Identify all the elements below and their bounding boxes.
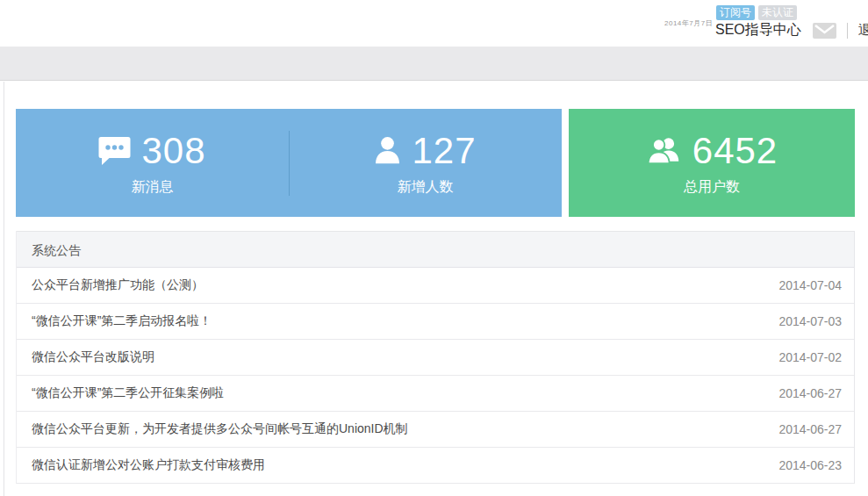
user-icon: [374, 136, 401, 165]
announcement-date: 2014-07-02: [778, 350, 842, 364]
stat-card-blue: 308 新消息 127 新增人数: [16, 109, 562, 217]
stat-new-users[interactable]: 127 新增人数: [289, 109, 562, 217]
stat-new-messages[interactable]: 308 新消息: [16, 109, 289, 217]
mail-icon[interactable]: [813, 23, 836, 39]
header-account-row: SEO指导中心 退出: [715, 21, 868, 40]
account-badges: 订阅号 未认证: [716, 5, 797, 20]
announcement-text: “微信公开课”第二季启动报名啦！: [32, 313, 212, 329]
announcement-text: 微信公众平台更新，为开发者提供多公众号间帐号互通的UnionID机制: [32, 421, 408, 437]
announcement-row[interactable]: 微信公众平台改版说明 2014-07-02: [17, 340, 854, 376]
announcement-date: 2014-06-27: [778, 386, 842, 400]
page: 2014年7月7日 订阅号 未认证 SEO指导中心 退出: [0, 0, 868, 496]
announcement-text: 微信公众平台改版说明: [32, 349, 154, 365]
announcement-date: 2014-07-03: [778, 314, 842, 328]
users-icon: [646, 136, 682, 165]
content-left-border: [4, 82, 4, 496]
announcement-text: “微信公开课”第二季公开征集案例啦: [32, 385, 224, 401]
announcements-title: 系统公告: [17, 231, 854, 268]
announcement-date: 2014-06-27: [778, 422, 842, 436]
header-small-meta-text: 2014年7月7日: [664, 18, 713, 28]
stat-label: 新消息: [132, 178, 174, 197]
stat-value: 6452: [692, 130, 778, 172]
stat-cards: 308 新消息 127 新增人数: [16, 109, 855, 217]
announcement-row[interactable]: “微信公开课”第二季启动报名啦！ 2014-07-03: [17, 304, 854, 340]
logout-button[interactable]: 退出: [858, 22, 868, 39]
announcement-text: 公众平台新增推广功能（公测）: [32, 277, 204, 293]
verify-status-badge: 未认证: [758, 5, 797, 20]
header-divider: [847, 23, 848, 39]
announcement-date: 2014-06-23: [778, 458, 842, 472]
announcement-date: 2014-07-04: [778, 278, 842, 292]
announcement-row[interactable]: 公众平台新增推广功能（公测） 2014-07-04: [17, 268, 854, 304]
stat-card-green: 6452 总用户数: [569, 109, 855, 217]
stat-label: 新增人数: [398, 178, 454, 197]
account-name[interactable]: SEO指导中心: [715, 21, 801, 40]
stat-label: 总用户数: [684, 178, 740, 197]
announcements-panel: 系统公告 公众平台新增推广功能（公测） 2014-07-04 “微信公开课”第二…: [16, 231, 855, 484]
stat-total-users[interactable]: 6452 总用户数: [569, 109, 855, 217]
stat-value: 127: [412, 130, 476, 172]
announcement-row[interactable]: 微信认证新增公对公账户打款支付审核费用 2014-06-23: [17, 448, 854, 484]
account-type-badge: 订阅号: [716, 5, 755, 20]
card-segment-divider: [289, 131, 290, 196]
stat-value: 308: [141, 130, 205, 172]
announcement-row[interactable]: “微信公开课”第二季公开征集案例啦 2014-06-27: [17, 376, 854, 412]
announcement-text: 微信认证新增公对公账户打款支付审核费用: [32, 457, 265, 473]
subheader-bar: [0, 47, 868, 81]
announcement-row[interactable]: 微信公众平台更新，为开发者提供多公众号间帐号互通的UnionID机制 2014-…: [17, 412, 854, 448]
chat-icon: [98, 136, 131, 165]
